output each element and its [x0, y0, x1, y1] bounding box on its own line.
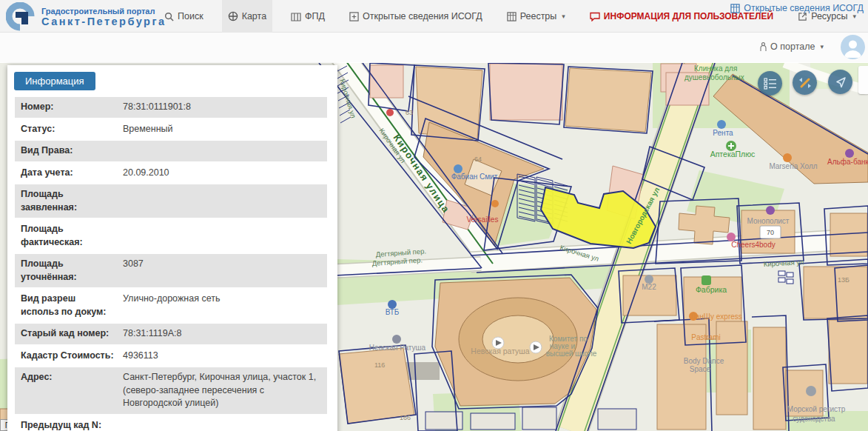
- header: Градостроительный портал Санкт-Петербург…: [0, 0, 868, 63]
- logo-line1: Градостроительный портал: [41, 7, 166, 16]
- nav-item-map[interactable]: Карта: [222, 0, 272, 33]
- info-row: Площадь фактическая:: [15, 219, 327, 254]
- info-row-value: [123, 223, 321, 249]
- navigation-arrow-icon: [834, 76, 847, 89]
- poi-label: высшей школе: [546, 350, 597, 358]
- poi-label: Pastrami: [691, 333, 720, 341]
- measure-icon: [798, 76, 812, 90]
- plus-square-icon: [349, 12, 359, 21]
- nav-item-search[interactable]: Поиск: [158, 0, 209, 33]
- poi-label: Фабрика: [696, 285, 727, 294]
- marseria-icon: [783, 153, 792, 162]
- parcel-info-panel: Информация Номер:78:31:0111901:8 Статус:…: [7, 65, 337, 431]
- info-row-label: Номер:: [21, 101, 123, 114]
- legend-button[interactable]: [758, 71, 782, 96]
- versailles-icon: [491, 200, 499, 207]
- alfa-bank-icon: [845, 149, 854, 158]
- info-row-label: Вид разреш использ по докум:: [21, 293, 123, 318]
- info-row-value: Санкт-Петербург, Кирочная улица, участок…: [123, 371, 321, 410]
- info-row-label: Старый кад номер:: [21, 327, 123, 341]
- monopolist-icon: [766, 206, 775, 215]
- nav-label: Поиск: [178, 11, 203, 21]
- open-isogd-link[interactable]: Открытые сведения ИСОГД: [730, 3, 864, 13]
- info-row-value: 4936113: [123, 350, 321, 363]
- caret-down-icon: ▾: [852, 13, 856, 20]
- measure-button[interactable]: [793, 70, 817, 95]
- portal-logo[interactable]: Градостроительный портал Санкт-Петербург…: [6, 2, 166, 32]
- poi-label: Морской регистр: [787, 405, 846, 413]
- building-number: 13Б: [838, 276, 850, 284]
- info-row-value: 3087: [123, 258, 321, 284]
- search-icon: [164, 12, 174, 21]
- table-icon: [730, 4, 740, 13]
- poi-label: Монополист: [747, 217, 790, 225]
- poi-label: Marseria Холл: [769, 162, 817, 170]
- info-row-value: 78:31:1119А:8: [123, 327, 321, 341]
- info-row: Кадастр Стоимость:4936113: [15, 346, 327, 368]
- street-label: душевнобольных: [684, 73, 744, 81]
- info-tab[interactable]: Информация: [14, 72, 95, 90]
- building-number: 166: [400, 414, 411, 421]
- caret-down-icon: ▾: [820, 43, 824, 50]
- poi-label: Body Dance: [684, 357, 724, 365]
- info-row-value: [123, 144, 321, 158]
- nav-item-registries[interactable]: Реестры ▾: [501, 0, 571, 33]
- nav-label: Реестры: [520, 11, 557, 21]
- metro-icon: [386, 109, 394, 116]
- info-row-label: Кадастр Стоимость:: [21, 350, 123, 363]
- building-number: 64: [474, 156, 482, 163]
- info-row-label: Площадь фактическая:: [21, 223, 123, 249]
- logo-text: Градостроительный портал Санкт-Петербург…: [41, 7, 166, 27]
- info-row-label: Вид Права:: [21, 144, 123, 158]
- registry-icon: [806, 386, 816, 396]
- info-row: Адрес:Санкт-Петербург, Кирочная улица, у…: [15, 367, 327, 415]
- info-row-value: [123, 188, 321, 214]
- info-row: Дата учета:20.09.2010: [15, 163, 327, 185]
- info-row: Старый кад номер:78:31:1119А:8: [15, 324, 327, 346]
- info-row-label: Площадь заявленная:: [21, 188, 123, 214]
- poi-label: Space: [690, 365, 711, 373]
- info-row-value: [123, 419, 321, 431]
- fabrika-icon: [702, 275, 711, 285]
- poi-label: ЛанШу express: [690, 313, 742, 321]
- secondary-bar: О портале ▾: [0, 33, 868, 62]
- info-row: Номер:78:31:0111901:8: [15, 97, 327, 119]
- link-label: Открытые сведения ИСОГД: [744, 3, 864, 13]
- street-label: Клиника для: [694, 64, 737, 73]
- caret-down-icon: ▾: [562, 13, 565, 20]
- info-row-value: Улично-дорожная сеть: [123, 293, 321, 318]
- user-avatar[interactable]: [841, 35, 865, 59]
- poi-label: Versailles: [467, 216, 499, 224]
- info-rows: Номер:78:31:0111901:8 Статус:Временный В…: [15, 97, 327, 431]
- info-row: Статус:Временный: [15, 119, 327, 141]
- poi-label: Cheers4body: [731, 241, 775, 249]
- poi-label: Невская Ратуша: [369, 344, 426, 352]
- renta-icon: [717, 120, 726, 129]
- poi-label: Фабиан Смит: [451, 173, 498, 181]
- chat-icon: [590, 12, 600, 21]
- info-row: Предыдущ кад N:: [15, 415, 327, 431]
- building-number: 70: [767, 229, 774, 236]
- table-icon: [507, 12, 517, 21]
- info-row-label: Адрес:: [21, 371, 123, 410]
- edge-panel-handle[interactable]: [858, 66, 868, 94]
- info-row: Вид Права:: [15, 141, 327, 163]
- top-navigation-bar: Градостроительный портал Санкт-Петербург…: [0, 0, 868, 33]
- info-row: Вид разреш использ по докум:Улично-дорож…: [15, 289, 327, 324]
- building-number: 116: [374, 361, 385, 369]
- info-row: Площадь заявленная:: [15, 184, 327, 219]
- nav-item-open-isogd[interactable]: Открытые сведения ИСОГД: [343, 0, 488, 33]
- person-icon: [760, 42, 767, 52]
- info-row-value: 78:31:0111901:8: [123, 101, 321, 114]
- info-row-label: Предыдущ кад N:: [21, 419, 123, 431]
- nav-item-fpd[interactable]: ФПД: [285, 0, 331, 33]
- locate-button[interactable]: [828, 70, 852, 94]
- poi-label: судоходства: [793, 415, 835, 423]
- info-row-value: 20.09.2010: [123, 167, 321, 180]
- about-portal-link[interactable]: О портале ▾: [760, 41, 824, 52]
- poi-label: АптекаПлюс: [710, 150, 756, 158]
- legend-icon: [764, 77, 777, 90]
- poi-label: Невская ратуша: [471, 347, 529, 355]
- nav-label: ФПД: [305, 11, 325, 21]
- nav-label: Карта: [242, 11, 266, 21]
